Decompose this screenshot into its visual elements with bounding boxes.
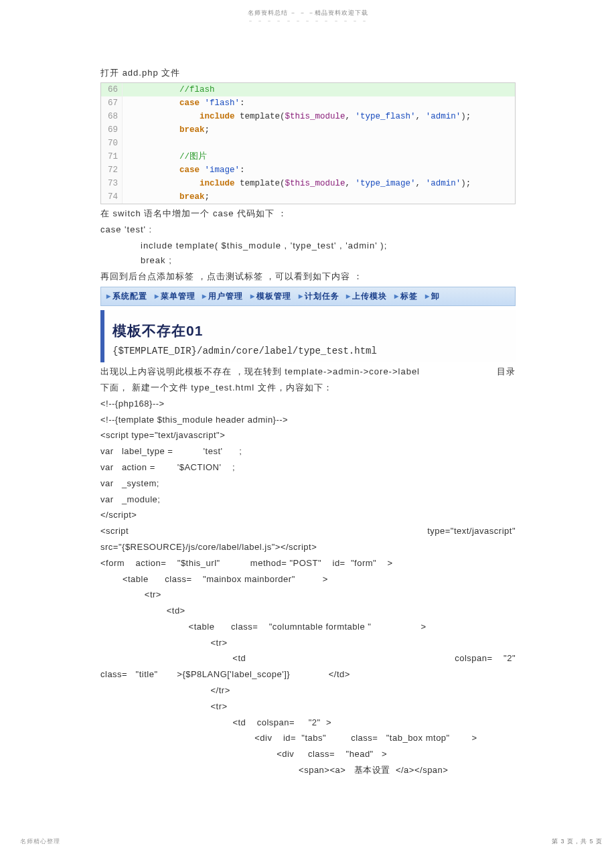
code-line: class= "title" >{$P8LANG['label_scope']}… (100, 668, 516, 682)
text: ); (461, 179, 471, 188)
paragraph-switch-note: 在 switch 语名中增加一个 case 代码如下 ： (100, 207, 516, 221)
error-title: 模板不存在01 (112, 320, 509, 342)
arrow-icon: ▸ (155, 291, 159, 301)
menu-item: 计划任务 (305, 291, 339, 301)
text: 打开 (100, 68, 123, 78)
line-number: 66 (101, 83, 123, 96)
line-number: 72 (101, 163, 123, 177)
text: : (240, 98, 245, 108)
arrow-icon: ▸ (425, 291, 430, 301)
text: : (240, 165, 245, 175)
code-line: <form action= "$this_url" method= "POST"… (100, 557, 516, 571)
keyword: case (179, 165, 200, 175)
code-line: src="{$RESOURCE}/js/core/label/label.js"… (100, 541, 516, 555)
line-number: 74 (101, 190, 123, 204)
snippet-line1: case 'test' : (100, 223, 516, 237)
code-line: <div class= "head" > (100, 748, 516, 762)
arrow-icon: ▸ (394, 291, 399, 301)
code-row: 70 (101, 137, 515, 150)
code-line: <tr> (100, 636, 516, 650)
code-line: <!--{template $this_module header admin}… (100, 413, 516, 427)
code-line: <table class= "columntable formtable " > (100, 620, 516, 634)
menu-item: 系统配置 (112, 291, 147, 301)
arrow-icon: ▸ (299, 291, 303, 301)
keyword: break (179, 125, 205, 135)
menu-item: 模板管理 (256, 291, 291, 301)
snippet-line2: include template( $this_module , 'type_t… (141, 239, 516, 253)
code-line: <scripttype="text/javascript" (100, 524, 516, 539)
keyword: case (179, 98, 200, 108)
code-line: <td> (100, 604, 516, 618)
text: , (416, 112, 426, 121)
line-number: 67 (101, 96, 123, 110)
code-line: var action = '$ACTION' ; (100, 461, 516, 475)
arrow-icon: ▸ (106, 291, 111, 301)
code-line: <tdcolspan= "2" (100, 652, 516, 666)
text: , (345, 112, 356, 121)
variable: $this_module (285, 179, 345, 188)
menu-item: 卸 (431, 291, 440, 301)
code-row: 71 //图片 (101, 150, 515, 163)
header-dashes: － － － － － － － － － － － － － (0, 17, 616, 26)
code-line: <script type="text/javascript"> (100, 429, 516, 443)
code-line: </tr> (100, 684, 516, 698)
keyword: include (200, 112, 235, 121)
code-block-addphp: 66 //flash 67 case 'flash': 68 include t… (100, 82, 516, 204)
text: ; (205, 125, 210, 135)
line-number: 70 (101, 137, 123, 150)
code-row: 66 //flash (101, 83, 515, 96)
document-content: 打开 add.php 文件 66 //flash 67 case 'flash'… (0, 66, 616, 778)
comment: //flash (179, 85, 215, 94)
text: , (416, 179, 426, 188)
code-line: <div id= "tabs" class= "tab_box mtop" > (100, 731, 516, 746)
menu-item: 上传模块 (352, 291, 387, 301)
header-top: 名师资料总结 － － －精品资料欢迎下载 (0, 0, 616, 17)
paragraph-template-missing: 出现以上内容说明此模板不存在 ，现在转到 template->admin->co… (100, 365, 516, 379)
code-line: var _system; (100, 477, 516, 491)
code-line: <tr> (100, 700, 516, 714)
snippet-line3: break ; (141, 254, 516, 268)
text: , (345, 179, 356, 188)
code-line: <span><a> 基本设置 </a></span> (100, 764, 516, 778)
string: 'admin' (426, 112, 461, 121)
text: template( (235, 112, 285, 121)
text: template( (235, 179, 285, 188)
code-line: <td colspan= "2" > (100, 716, 516, 730)
line-number: 68 (101, 110, 123, 123)
string: 'type_image' (356, 179, 416, 188)
text: 目录 (497, 365, 516, 379)
template-not-found-panel: 模板不存在01 {$TEMPLATE_DIR}/admin/core/label… (100, 310, 516, 362)
arrow-icon: ▸ (346, 291, 351, 301)
text: ; (205, 192, 210, 202)
menu-item: 标签 (400, 291, 418, 301)
error-path: {$TEMPLATE_DIR}/admin/core/label/type_te… (112, 344, 509, 358)
code-row: 69 break; (101, 123, 515, 137)
menu-item: 菜单管理 (161, 291, 196, 301)
filename: add.php (123, 68, 159, 78)
code-line: <table class= "mainbox mainborder" > (100, 573, 516, 587)
comment: //图片 (179, 152, 207, 161)
admin-menu-bar: ▸系统配置 ▸菜单管理 ▸用户管理 ▸模板管理 ▸计划任务 ▸上传模块 ▸标签 … (100, 287, 516, 306)
paragraph-create-file: 下面， 新建一个文件 type_test.html 文件，内容如下： (100, 381, 516, 395)
code-row: 73 include template($this_module, 'type_… (101, 177, 515, 190)
menu-item: 用户管理 (208, 291, 243, 301)
code-line: var _module; (100, 493, 516, 507)
code-row: 68 include template($this_module, 'type_… (101, 110, 515, 123)
variable: $this_module (285, 112, 345, 121)
paragraph-open-file: 打开 add.php 文件 (100, 66, 516, 80)
code-line: <tr> (100, 588, 516, 602)
string: 'type_flash' (356, 112, 416, 121)
keyword: break (179, 192, 205, 202)
text: ); (461, 112, 471, 121)
code-row: 67 case 'flash': (101, 96, 515, 110)
string: 'flash' (200, 98, 240, 108)
text: 文件 (159, 68, 181, 78)
code-line: var label_type = 'test' ; (100, 445, 516, 459)
code-row: 74 break; (101, 190, 515, 204)
arrow-icon: ▸ (250, 291, 255, 301)
string: 'admin' (426, 179, 461, 188)
paragraph-back-backend: 再回到后台点添加标签 ，点击测试标签 ，可以看到如下内容 ： (100, 270, 516, 284)
code-line: <!--{php168}--> (100, 397, 516, 411)
footer-left: 名师精心整理 (20, 837, 60, 846)
footer-right: 第 3 页，共 5 页 (552, 837, 603, 846)
